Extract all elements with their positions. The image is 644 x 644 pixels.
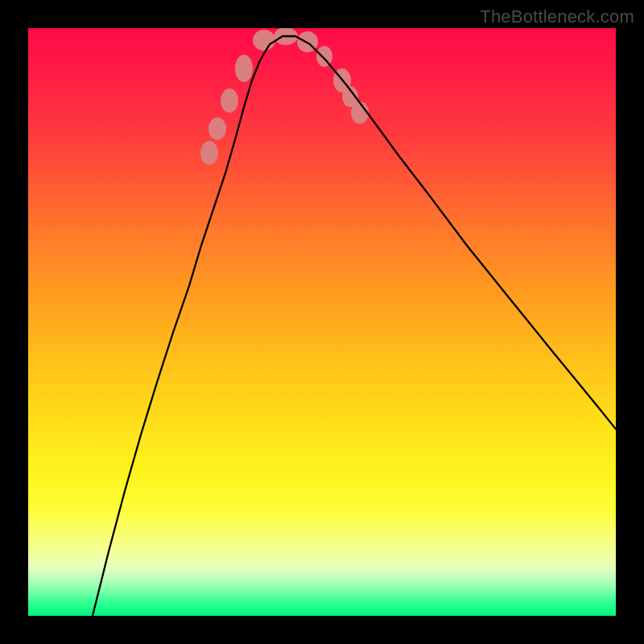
plot-area	[28, 28, 616, 616]
chart-frame: TheBottleneck.com	[0, 0, 644, 644]
watermark-text: TheBottleneck.com	[480, 6, 634, 27]
background-gradient	[28, 28, 616, 616]
